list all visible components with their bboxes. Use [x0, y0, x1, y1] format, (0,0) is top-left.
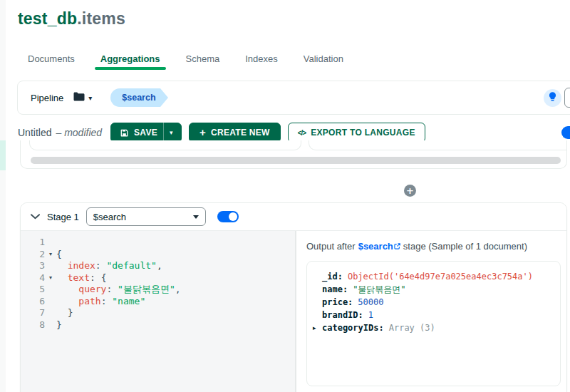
expand-slot: [313, 296, 322, 309]
code-token: query: [78, 284, 106, 294]
output-header-suffix: stage (Sample of 1 document): [403, 241, 527, 252]
code-token: ,: [175, 284, 181, 294]
code-token: [56, 284, 78, 294]
stage-operator-value: $search: [93, 212, 126, 222]
code-token: "불닭볶음면": [118, 284, 175, 294]
code-token: {: [56, 249, 62, 259]
code-line: 3 index: "default",: [21, 260, 295, 272]
code-line: 6 path: "name": [21, 296, 295, 308]
create-new-button[interactable]: + CREATE NEW: [189, 123, 281, 143]
export-to-language-button[interactable]: </> EXPORT TO LANGUAGE: [288, 123, 425, 143]
fold-caret-slot: [45, 237, 56, 249]
namespace-separator: .: [77, 9, 82, 28]
stage-badge-search[interactable]: $search: [110, 88, 167, 107]
code-line: 5 query: "불닭볶음면",: [21, 284, 295, 296]
field-key: categoryIDs:: [322, 321, 384, 334]
stage-collapse-button[interactable]: [31, 214, 40, 220]
line-number: 3: [21, 260, 45, 272]
pipeline-toolbar: Pipeline ▾ $search: [17, 81, 570, 115]
sample-document-card[interactable]: _id:ObjectId('64e4d97e7a025ea4ec3c754a')…: [306, 261, 561, 386]
code-token: "name": [112, 296, 145, 306]
fold-caret-slot: [45, 296, 56, 308]
line-number: 8: [21, 319, 45, 331]
code-token: :: [95, 260, 107, 271]
tab-schema[interactable]: Schema: [185, 51, 222, 67]
document-field-categoryIDs: ▸categoryIDs:Array (3): [313, 321, 554, 334]
toolbar-overflow-button[interactable]: [564, 88, 570, 108]
code-text: query: "불닭볶음면",: [56, 284, 181, 296]
partial-stage-card: [29, 140, 301, 150]
field-value: Array (3): [389, 321, 435, 334]
document-field-_id: _id:ObjectId('64e4d97e7a025ea4ec3c754a'): [313, 270, 554, 283]
horizontal-scrollbar-thumb[interactable]: [31, 157, 561, 164]
stage-docs-link[interactable]: $search: [358, 241, 400, 252]
stage-badge-arrow: [160, 88, 168, 107]
tab-documents[interactable]: Documents: [26, 51, 76, 67]
code-token: path: [78, 296, 100, 306]
tab-validation[interactable]: Validation: [302, 51, 345, 67]
code-token: :: [106, 284, 118, 294]
code-token: [56, 260, 68, 271]
add-stage-button[interactable]: +: [404, 185, 416, 197]
expand-caret-icon[interactable]: ▸: [313, 321, 322, 334]
save-icon: [120, 128, 129, 138]
pipeline-stages-scroll-container: [20, 140, 567, 169]
field-value: 50000: [358, 296, 383, 309]
chevron-down-icon: ▾: [88, 94, 92, 102]
document-field-brandID: brandID:1: [313, 309, 554, 321]
field-key: price:: [322, 296, 353, 309]
auto-preview-toggle[interactable]: [561, 126, 570, 139]
folder-icon: [73, 91, 85, 104]
expand-slot: [313, 283, 322, 296]
hint-button[interactable]: [544, 89, 561, 107]
expand-slot: [313, 309, 322, 321]
collection-name: items: [82, 9, 125, 28]
stage-code-editor[interactable]: 12▾{3 index: "default",4▾ text: {5 query…: [21, 231, 296, 392]
code-text: }: [56, 319, 62, 331]
save-menu-caret-icon[interactable]: ▾: [163, 123, 180, 143]
fold-caret-icon[interactable]: ▾: [45, 249, 56, 261]
line-number: 2: [21, 249, 45, 261]
save-button[interactable]: SAVE ▾: [110, 123, 182, 143]
code-text: path: "name": [56, 296, 145, 308]
code-text: index: "default",: [56, 260, 162, 272]
field-value: 1: [368, 309, 373, 321]
code-text: }: [56, 307, 73, 319]
code-token: ,: [157, 260, 162, 271]
line-number: 6: [21, 296, 45, 308]
field-key: name:: [322, 283, 348, 296]
output-header-prefix: Output after: [306, 241, 356, 252]
tab-indexes[interactable]: Indexes: [244, 51, 279, 67]
fold-caret-slot: [45, 319, 56, 331]
fold-caret-slot: [45, 307, 56, 319]
pipeline-stage-badges: $search: [110, 88, 167, 107]
external-link-icon: [394, 241, 400, 252]
stage-output-panel: Output after $search stage (Sample of 1 …: [296, 231, 566, 392]
document-field-price: price:50000: [313, 296, 554, 309]
code-brackets-icon: </>: [298, 129, 306, 137]
line-number: 1: [21, 237, 45, 249]
code-token: :: [90, 272, 101, 283]
pipeline-name: Untitled: [18, 127, 51, 138]
collection-tabs: DocumentsAggregationsSchemaIndexesValida…: [26, 48, 345, 68]
modified-indicator: – modified: [56, 127, 102, 138]
document-field-name: name:"불닭볶음면": [313, 283, 554, 296]
tab-aggregations[interactable]: Aggregations: [99, 51, 162, 67]
line-number: 7: [21, 307, 45, 319]
code-line: 2▾{: [21, 249, 295, 261]
saved-pipelines-button[interactable]: ▾: [73, 91, 92, 104]
code-token: text: [68, 272, 90, 283]
fold-caret-icon[interactable]: ▾: [45, 272, 56, 284]
stage-docs-link-label: $search: [358, 241, 393, 252]
plus-icon: +: [200, 126, 206, 138]
code-line: 7 }: [21, 307, 295, 319]
stage-enabled-toggle[interactable]: [217, 211, 239, 222]
code-token: :: [101, 296, 113, 306]
fold-caret-slot: [45, 260, 56, 272]
code-token: }: [56, 319, 62, 330]
export-button-label: EXPORT TO LANGUAGE: [311, 128, 415, 138]
stage-operator-select[interactable]: $search: [86, 207, 206, 226]
expand-slot: [313, 270, 322, 283]
code-token: [56, 272, 68, 283]
save-button-label: SAVE: [134, 128, 157, 138]
